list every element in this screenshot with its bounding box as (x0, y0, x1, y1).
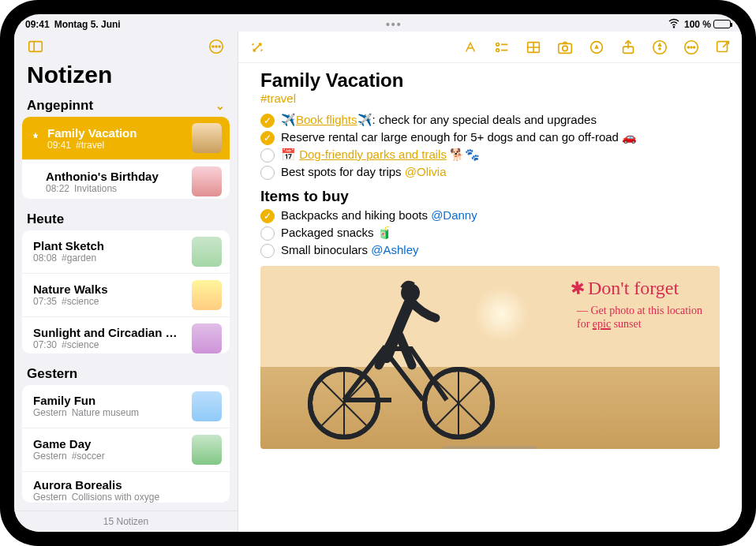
checkbox-icon[interactable] (260, 166, 275, 180)
status-bar: 09:41 Montag 5. Juni ••• 100 % (14, 14, 742, 32)
svg-point-15 (563, 46, 567, 50)
cyclist-silhouette (308, 290, 505, 439)
section-yesterday[interactable]: Gestern (14, 361, 238, 385)
note-title: Anthonio's Birthday (46, 170, 185, 183)
sidebar-title: Notizen (14, 62, 238, 93)
calendar-icon: 📅 (281, 148, 299, 161)
toggle-sidebar-icon[interactable] (24, 35, 47, 58)
checkbox-checked-icon[interactable] (260, 209, 275, 223)
svg-point-23 (694, 47, 695, 48)
chevron-down-icon: ⌄ (215, 99, 225, 112)
note-item-sunlight[interactable]: Sunlight and Circadian Rhy... 07:30#scie… (22, 317, 230, 353)
check-item[interactable]: Reserve rental car large enough for 5+ d… (260, 130, 720, 145)
status-date: Montag 5. Juni (54, 19, 121, 30)
multitask-dots[interactable]: ••• (121, 18, 668, 31)
wifi-icon (668, 17, 680, 32)
svg-point-5 (215, 46, 217, 47)
note-thumbnail (192, 237, 222, 267)
check-item[interactable]: Small binoculars @Ashley (260, 243, 720, 258)
note-item-family-vacation[interactable]: Family Vacation 09:41#travel (22, 117, 230, 160)
note-thumbnail (192, 435, 222, 465)
svg-point-0 (673, 27, 674, 28)
battery-percent: 100 % (684, 19, 711, 30)
check-item[interactable]: Packaged snacks 🧃 (260, 226, 720, 241)
svg-point-6 (219, 46, 220, 47)
check-item[interactable]: ✈️Book flights✈️: check for any special … (260, 113, 720, 128)
svg-point-21 (687, 47, 689, 48)
editor-toolbar (238, 32, 742, 63)
note-item-plant-sketch[interactable]: Plant Sketch 08:08#garden (22, 230, 230, 274)
note-thumbnail (192, 280, 222, 310)
pin-icon (30, 131, 41, 145)
checkbox-checked-icon[interactable] (260, 114, 275, 128)
svg-rect-24 (717, 41, 728, 51)
notes-app: Notizen Angepinnt ⌄ Family Vacation 09:4… (14, 32, 742, 532)
status-time: 09:41 (25, 19, 50, 30)
scroll-indicator (443, 446, 537, 449)
note-item-game-day[interactable]: Game Day Gestern#soccer (22, 428, 230, 472)
table-icon[interactable] (522, 36, 545, 58)
note-heading: Family Vacation (260, 69, 720, 92)
battery-indicator: 100 % (684, 19, 731, 30)
note-title: Family Vacation (47, 126, 185, 140)
sidebar-footer: 15 Notizen (14, 510, 238, 532)
svg-point-19 (659, 47, 661, 49)
note-thumbnail (192, 323, 222, 353)
check-item[interactable]: Best spots for day trips @Olivia (260, 165, 720, 180)
checkbox-checked-icon[interactable] (260, 131, 275, 145)
checklist-items: Backpacks and hiking boots @Danny Packag… (260, 208, 720, 258)
note-item-aurora[interactable]: Aurora Borealis GesternCollisions with o… (22, 472, 230, 503)
note-thumbnail (192, 166, 222, 196)
checkbox-icon[interactable] (260, 244, 275, 258)
lock-icon[interactable] (649, 36, 671, 58)
note-item-nature-walks[interactable]: Nature Walks 07:35#science (22, 274, 230, 317)
note-item-family-fun[interactable]: Family Fun GesternNature museum (22, 385, 230, 428)
ellipsis-icon[interactable] (680, 36, 702, 58)
compose-icon[interactable] (712, 36, 734, 58)
check-item[interactable]: 📅 Dog-friendly parks and trails 🐕🐾 (260, 148, 720, 163)
svg-point-7 (496, 43, 500, 46)
section-label: Angepinnt (27, 98, 93, 114)
sidebar: Notizen Angepinnt ⌄ Family Vacation 09:4… (14, 32, 238, 532)
mention-olivia[interactable]: @Olivia (405, 165, 447, 178)
checklist-icon[interactable] (491, 36, 513, 58)
checkbox-icon[interactable] (260, 226, 275, 241)
svg-point-4 (212, 46, 214, 47)
expand-icon[interactable] (246, 36, 268, 58)
checklist-travel: ✈️Book flights✈️: check for any special … (260, 113, 720, 180)
section-label: Heute (27, 211, 64, 227)
share-icon[interactable] (617, 36, 639, 58)
more-options-icon[interactable] (204, 35, 228, 58)
svg-rect-1 (29, 42, 43, 52)
svg-point-22 (691, 47, 692, 48)
section-label: Gestern (27, 366, 77, 382)
link-dog-parks[interactable]: Dog-friendly parks and trails (299, 148, 447, 161)
note-image-attachment[interactable]: ✱Don't forget — Get photo at this locati… (260, 266, 720, 449)
check-item[interactable]: Backpacks and hiking boots @Danny (260, 208, 720, 223)
today-list: Plant Sketch 08:08#garden Nature Walks 0… (22, 230, 230, 353)
mention-ashley[interactable]: @Ashley (371, 243, 418, 256)
subheading-items: Items to buy (260, 188, 720, 205)
note-thumbnail (192, 391, 222, 421)
yesterday-list: Family Fun GesternNature museum Game Day… (22, 385, 230, 503)
note-editor: Family Vacation #travel ✈️Book flights✈️… (238, 32, 742, 532)
note-item-anthonios-birthday[interactable]: Anthonio's Birthday 08:22Invitations (22, 160, 230, 199)
link-book-flights[interactable]: Book flights (296, 113, 357, 126)
screen: 09:41 Montag 5. Juni ••• 100 % (14, 14, 742, 532)
section-pinned[interactable]: Angepinnt ⌄ (14, 93, 238, 117)
text-format-icon[interactable] (459, 36, 481, 58)
checkbox-icon[interactable] (260, 148, 275, 163)
ipad-frame: 09:41 Montag 5. Juni ••• 100 % (0, 0, 756, 546)
note-thumbnail (192, 123, 222, 153)
svg-rect-14 (559, 43, 572, 53)
note-content[interactable]: Family Vacation #travel ✈️Book flights✈️… (238, 63, 742, 532)
note-tag[interactable]: #travel (260, 92, 296, 105)
markup-icon[interactable] (586, 36, 608, 58)
svg-point-9 (496, 48, 500, 51)
pinned-list: Family Vacation 09:41#travel Anthonio's … (22, 117, 230, 199)
handwritten-annotation: ✱Don't forget — Get photo at this locati… (571, 277, 702, 331)
mention-danny[interactable]: @Danny (431, 208, 477, 222)
section-today[interactable]: Heute (14, 207, 238, 230)
camera-icon[interactable] (554, 36, 576, 58)
